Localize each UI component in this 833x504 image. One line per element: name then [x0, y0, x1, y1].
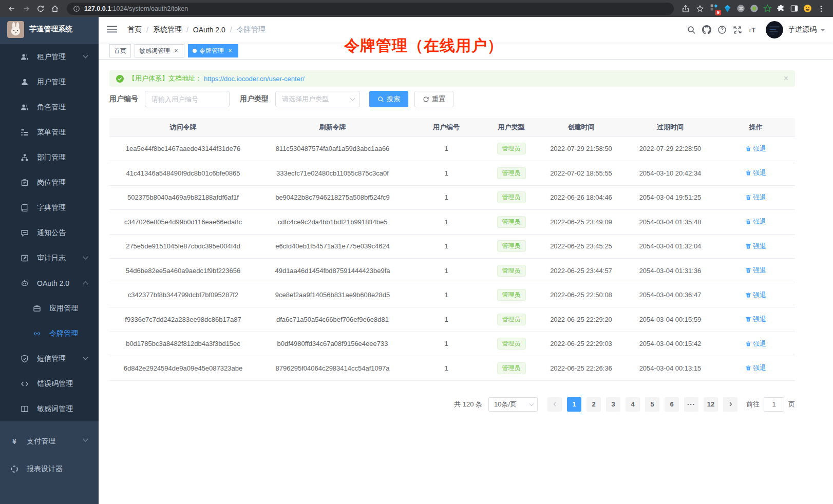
close-icon[interactable]: ×	[226, 47, 234, 54]
bookmark-star-icon[interactable]	[693, 2, 707, 15]
page-button-2[interactable]: 2	[586, 397, 601, 412]
force-logout-button[interactable]: 强退	[745, 363, 766, 373]
home-icon[interactable]	[48, 2, 62, 15]
breadcrumb-item[interactable]: OAuth 2.0	[193, 26, 225, 34]
browser-menu-icon[interactable]	[815, 2, 828, 15]
table-header-row: 访问令牌刷新令牌用户编号用户类型创建时间过期时间操作	[109, 118, 795, 137]
pagination: 共 120 条 10条/页 123456···12 前往 页	[109, 397, 795, 412]
reset-button[interactable]: 重置	[414, 91, 453, 107]
page-button-4[interactable]: 4	[626, 397, 640, 412]
page-size-select[interactable]: 10条/页	[488, 397, 538, 412]
sidebar-item-notice[interactable]: 通知公告	[0, 220, 99, 245]
share-icon[interactable]	[679, 2, 692, 15]
force-logout-button[interactable]: 强退	[745, 144, 766, 153]
search-icon[interactable]	[684, 22, 699, 38]
force-logout-button[interactable]: 强退	[745, 290, 766, 300]
sidebar-item-label: 令牌管理	[49, 329, 78, 338]
goto-page-input[interactable]	[764, 397, 784, 412]
github-icon[interactable]	[699, 22, 714, 38]
sidebar-item-dict[interactable]: 字典管理	[0, 195, 99, 220]
sidebar-item-user[interactable]: 用户管理	[0, 69, 99, 94]
side-panel-icon[interactable]	[788, 3, 800, 15]
alert-close-icon[interactable]: ×	[784, 74, 788, 83]
emoji-extension-icon[interactable]	[801, 3, 813, 15]
back-icon[interactable]	[5, 2, 18, 15]
tag-active[interactable]: 令牌管理×	[188, 44, 238, 57]
sidebar-item-label: 短信管理	[37, 354, 66, 363]
create-time-cell: 2022-06-25 22:29:03	[538, 332, 624, 356]
user-type-placeholder: 请选择用户类型	[282, 94, 329, 104]
sidebar-item-label: 审计日志	[37, 254, 66, 263]
user-type-badge: 管理员	[497, 265, 526, 277]
extensions-puzzle-icon[interactable]	[774, 3, 787, 15]
green-star-extension-icon[interactable]	[761, 3, 773, 15]
user-type-cell: 管理员	[484, 332, 538, 356]
pay-icon: ¥	[10, 437, 18, 445]
user-type-cell: 管理员	[484, 137, 538, 161]
chevron-down-icon[interactable]	[821, 29, 825, 33]
page-button-5[interactable]: 5	[645, 397, 659, 412]
refresh-icon	[423, 96, 429, 103]
fullscreen-icon[interactable]	[730, 22, 745, 38]
close-icon[interactable]: ×	[173, 47, 180, 54]
force-logout-button[interactable]: 强退	[745, 315, 766, 324]
info-icon[interactable]	[73, 5, 80, 12]
sidebar-item-report[interactable]: 报表设计器	[0, 455, 99, 483]
sidebar-item-error-code[interactable]: 错误码管理	[0, 371, 99, 396]
sidebar-item-sensitive-word[interactable]: 敏感词管理	[0, 396, 99, 421]
command-extension-icon[interactable]: ⌘	[734, 3, 747, 15]
user-name[interactable]: 芋道源码	[788, 25, 817, 34]
sidebar-item-oauth2-app[interactable]: 应用管理	[0, 296, 99, 321]
expire-time-cell: 2054-03-04 19:51:25	[624, 185, 716, 210]
force-logout-button[interactable]: 强退	[745, 266, 766, 275]
next-page-button[interactable]	[723, 397, 737, 412]
sidebar-item-post[interactable]: 岗位管理	[0, 170, 99, 195]
sidebar-item-oauth2-token[interactable]: 令牌管理	[0, 321, 99, 346]
user-id-input[interactable]	[145, 91, 230, 107]
page-button-12[interactable]: 12	[704, 397, 718, 412]
force-logout-button[interactable]: 强退	[745, 339, 766, 348]
app-logo-bar[interactable]: 芋道管理系统	[0, 17, 99, 42]
reload-icon[interactable]	[34, 2, 47, 15]
sidebar-menu: 租户管理用户管理角色管理菜单管理部门管理岗位管理字典管理通知公告审计日志OAut…	[0, 42, 99, 483]
sidebar-item-sms[interactable]: 短信管理	[0, 346, 99, 371]
gem-extension-icon[interactable]	[721, 3, 733, 15]
page-button-3[interactable]: 3	[606, 397, 620, 412]
sidebar-item-oauth2[interactable]: OAuth 2.0	[0, 270, 99, 296]
sidebar-item-pay[interactable]: ¥支付管理	[0, 428, 99, 455]
create-time-cell: 2022-06-25 22:29:20	[538, 307, 624, 332]
sidebar-item-role[interactable]: 角色管理	[0, 94, 99, 120]
chevron-down-icon	[529, 401, 534, 405]
extension-blocks-icon[interactable]: 9	[708, 3, 720, 15]
sidebar-item-tenant[interactable]: 租户管理	[0, 44, 99, 69]
doc-link[interactable]: https://doc.iocoder.cn/user-center/	[204, 75, 305, 83]
page-ellipsis[interactable]: ···	[684, 397, 698, 412]
font-size-icon[interactable]: TT	[745, 22, 761, 38]
force-logout-button[interactable]: 强退	[745, 217, 766, 226]
forward-icon[interactable]	[20, 2, 33, 15]
force-logout-button[interactable]: 强退	[745, 168, 766, 178]
tag-item[interactable]: 敏感词管理×	[135, 44, 184, 57]
tag-item[interactable]: 首页	[109, 44, 131, 57]
sidebar-item-menu[interactable]: 菜单管理	[0, 120, 99, 145]
prev-page-button[interactable]	[547, 397, 562, 412]
expire-time-cell: 2054-03-04 00:15:59	[624, 307, 716, 332]
sidebar-toggle-icon[interactable]	[107, 24, 118, 35]
force-logout-button[interactable]: 强退	[745, 193, 766, 202]
breadcrumb-item[interactable]: 首页	[127, 25, 142, 34]
search-button[interactable]: 搜索	[369, 91, 408, 107]
sidebar-item-dept[interactable]: 部门管理	[0, 145, 99, 170]
breadcrumb-item[interactable]: 系统管理	[153, 25, 182, 34]
help-icon[interactable]	[714, 22, 730, 38]
url-bar[interactable]: 127.0.0.1:1024/system/oauth2/token	[67, 3, 674, 15]
record-extension-icon[interactable]	[748, 3, 760, 15]
table-row: 41c41346a548490f9dc8b01c6bfe0865333ecfc7…	[109, 161, 795, 186]
user-type-select[interactable]: 请选择用户类型	[275, 91, 360, 107]
avatar[interactable]	[766, 21, 783, 38]
page-button-1[interactable]: 1	[567, 397, 581, 412]
sidebar-item-audit-log[interactable]: 审计日志	[0, 245, 99, 270]
tenant-icon	[21, 53, 29, 61]
force-logout-button[interactable]: 强退	[745, 242, 766, 251]
access-token-cell: 502375b8040a469a9b82188afdf6af1f	[109, 185, 257, 210]
page-button-6[interactable]: 6	[665, 397, 679, 412]
